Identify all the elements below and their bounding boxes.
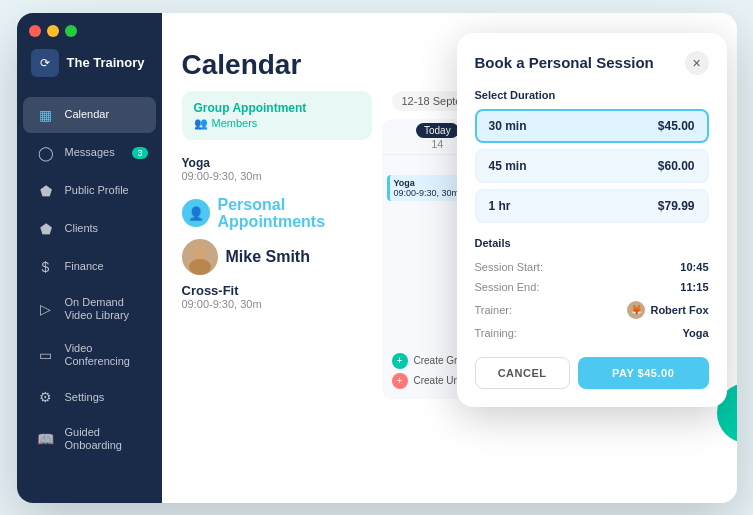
session-start-row: Session Start: 10:45	[475, 257, 709, 277]
close-dot[interactable]	[29, 25, 41, 37]
svg-point-0	[193, 246, 207, 260]
personal-icon: 👤	[182, 199, 210, 227]
logo-icon: ⟳	[31, 49, 59, 77]
pay-button[interactable]: PAY $45.00	[578, 357, 709, 389]
window-controls	[29, 25, 77, 37]
duration-1hr-price: $79.99	[658, 199, 695, 213]
svg-point-1	[189, 259, 211, 275]
trainer-row: Trainer: 🦊 Robert Fox	[475, 297, 709, 323]
personal-header: 👤 PersonalAppointments	[182, 196, 372, 231]
trainer-value: 🦊 Robert Fox	[627, 301, 708, 319]
details-label: Details	[475, 237, 709, 249]
video-library-icon: ▷	[37, 300, 55, 318]
sidebar-item-clients[interactable]: ⬟ Clients	[23, 211, 156, 247]
session-start-key: Session Start:	[475, 261, 543, 273]
trainer-key: Trainer:	[475, 304, 513, 316]
calendar-icon: ▦	[37, 106, 55, 124]
session-end-key: Session End:	[475, 281, 540, 293]
app-window: ⟳ The Trainory ▦ Calendar ◯ Messages 3 ⬟…	[17, 13, 737, 503]
session-start-value: 10:45	[680, 261, 708, 273]
sidebar-item-onboarding[interactable]: 📖 Guided Onboarding	[23, 417, 156, 461]
session-end-row: Session End: 11:15	[475, 277, 709, 297]
minimize-dot[interactable]	[47, 25, 59, 37]
create-unavailable-icon: +	[392, 373, 408, 389]
duration-45min-label: 45 min	[489, 159, 527, 173]
group-appointment-title: Group Appointment	[194, 101, 360, 115]
sidebar-item-messages[interactable]: ◯ Messages 3	[23, 135, 156, 171]
duration-options: 30 min $45.00 45 min $60.00 1 hr $79.99	[475, 109, 709, 223]
sidebar-logo: ⟳ The Trainory	[17, 49, 162, 97]
select-duration-label: Select Duration	[475, 89, 709, 101]
details-section: Session Start: 10:45 Session End: 11:15 …	[475, 257, 709, 343]
duration-45min-price: $60.00	[658, 159, 695, 173]
members-icon: 👥	[194, 117, 208, 130]
modal-title: Book a Personal Session	[475, 54, 654, 71]
trainer-avatar: 🦊	[627, 301, 645, 319]
duration-1hr-label: 1 hr	[489, 199, 511, 213]
sidebar-item-conferencing[interactable]: ▭ Video Conferencing	[23, 333, 156, 377]
training-key: Training:	[475, 327, 517, 339]
duration-option-45min[interactable]: 45 min $60.00	[475, 149, 709, 183]
clients-icon: ⬟	[37, 220, 55, 238]
cancel-button[interactable]: CANCEL	[475, 357, 570, 389]
onboarding-icon: 📖	[37, 430, 55, 448]
personal-section: 👤 PersonalAppointments Mike Smith Cross-…	[182, 196, 372, 310]
conferencing-icon: ▭	[37, 346, 55, 364]
finance-icon: $	[37, 258, 55, 276]
sidebar-item-finance[interactable]: $ Finance	[23, 249, 156, 285]
modal-overlay: Book a Personal Session × Select Duratio…	[437, 13, 737, 503]
modal-header: Book a Personal Session ×	[475, 51, 709, 75]
duration-option-1hr[interactable]: 1 hr $79.99	[475, 189, 709, 223]
training-row: Training: Yoga	[475, 323, 709, 343]
personal-title: PersonalAppointments	[218, 196, 326, 231]
crossfit-entry: Cross-Fit 09:00-9:30, 30m	[182, 283, 372, 310]
sidebar-item-profile[interactable]: ⬟ Public Profile	[23, 173, 156, 209]
create-group-icon: +	[392, 353, 408, 369]
sidebar: ⟳ The Trainory ▦ Calendar ◯ Messages 3 ⬟…	[17, 13, 162, 503]
book-session-modal: Book a Personal Session × Select Duratio…	[457, 33, 727, 407]
profile-icon: ⬟	[37, 182, 55, 200]
session-end-value: 11:15	[680, 281, 708, 293]
sidebar-item-video-library[interactable]: ▷ On Demand Video Library	[23, 287, 156, 331]
duration-30min-label: 30 min	[489, 119, 527, 133]
sidebar-nav: ▦ Calendar ◯ Messages 3 ⬟ Public Profile…	[17, 97, 162, 503]
duration-option-30min[interactable]: 30 min $45.00	[475, 109, 709, 143]
maximize-dot[interactable]	[65, 25, 77, 37]
yoga-entry: Yoga 09:00-9:30, 30m	[182, 150, 372, 188]
messages-icon: ◯	[37, 144, 55, 162]
training-value: Yoga	[682, 327, 708, 339]
modal-actions: CANCEL PAY $45.00	[475, 357, 709, 389]
sidebar-item-calendar[interactable]: ▦ Calendar	[23, 97, 156, 133]
left-panel: Group Appointment 👥 Members Yoga 09:00-9…	[182, 91, 372, 399]
logo-text: The Trainory	[67, 55, 145, 70]
avatar	[182, 239, 218, 275]
settings-icon: ⚙	[37, 388, 55, 406]
close-button[interactable]: ×	[685, 51, 709, 75]
group-appointment-members: 👥 Members	[194, 117, 360, 130]
duration-30min-price: $45.00	[658, 119, 695, 133]
person-entry: Mike Smith	[182, 239, 372, 275]
sidebar-item-settings[interactable]: ⚙ Settings	[23, 379, 156, 415]
group-appointment-card[interactable]: Group Appointment 👥 Members	[182, 91, 372, 140]
